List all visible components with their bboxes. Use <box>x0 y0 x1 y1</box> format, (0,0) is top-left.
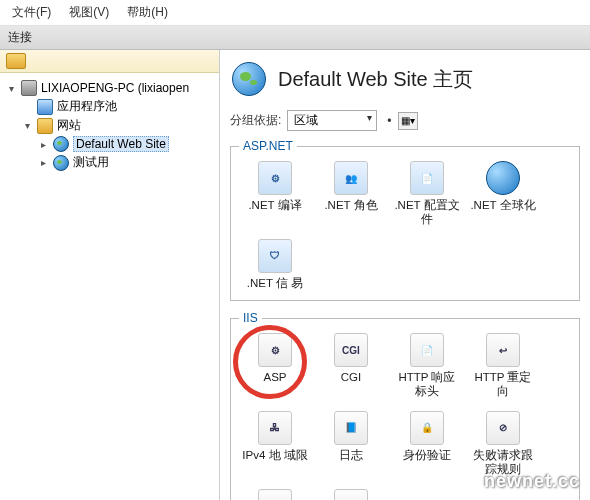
feature-net-globalize[interactable]: .NET 全球化 <box>467 159 539 229</box>
profile-icon: 📄 <box>410 161 444 195</box>
server-icon <box>21 80 37 96</box>
feature-output[interactable]: ▦输出 <box>315 487 387 500</box>
tree-app-pools[interactable]: 应用程序池 <box>20 97 215 116</box>
group-by-label: 分组依据: <box>230 112 281 129</box>
globe-icon <box>232 62 266 96</box>
feature-failed-request-tracing[interactable]: ⊘失败请求跟踪规则 <box>467 409 539 479</box>
group-by-dropdown[interactable]: 区域 <box>287 110 377 131</box>
sites-label: 网站 <box>57 117 81 134</box>
cgi-icon: CGI <box>334 333 368 367</box>
connections-sidebar: ▾ LIXIAOPENG-PC (lixiaopen 应用程序池 ▾ 网站 ▸ … <box>0 50 220 500</box>
failed-trace-icon: ⊘ <box>486 411 520 445</box>
view-mode-button[interactable]: ▦▾ <box>398 112 418 130</box>
sidebar-toolbar <box>0 50 219 73</box>
server-label: LIXIAOPENG-PC (lixiaopen <box>41 81 189 95</box>
feature-authorization-rules[interactable]: 🔐授权规则 <box>239 487 311 500</box>
default-site-label: Default Web Site <box>73 136 169 152</box>
aspnet-legend: ASP.NET <box>239 139 297 153</box>
compile-icon: ⚙ <box>258 161 292 195</box>
feature-net-roles[interactable]: 👥.NET 角色 <box>315 159 387 229</box>
globe-icon <box>486 161 520 195</box>
roles-icon: 👥 <box>334 161 368 195</box>
feature-http-redirect[interactable]: ↩HTTP 重定向 <box>467 331 539 401</box>
feature-net-compile[interactable]: ⚙.NET 编译 <box>239 159 311 229</box>
asp-icon: ⚙ <box>258 333 292 367</box>
collapse-icon[interactable]: ▾ <box>22 120 33 131</box>
app-pool-icon <box>37 99 53 115</box>
feature-http-response-headers[interactable]: 📄HTTP 响应标头 <box>391 331 463 401</box>
logging-icon: 📘 <box>334 411 368 445</box>
connections-tree: ▾ LIXIAOPENG-PC (lixiaopen 应用程序池 ▾ 网站 ▸ … <box>0 73 219 500</box>
menu-help[interactable]: 帮助(H) <box>127 4 168 21</box>
dropdown-separator: • <box>387 114 391 128</box>
test-site-label: 测试用 <box>73 154 109 171</box>
globe-icon <box>53 136 69 152</box>
tree-default-web-site[interactable]: ▸ Default Web Site <box>36 135 215 153</box>
menu-file[interactable]: 文件(F) <box>12 4 51 21</box>
collapse-icon[interactable]: ▾ <box>6 83 17 94</box>
watermark: newnet.cc <box>484 471 580 492</box>
sites-folder-icon <box>37 118 53 134</box>
http-headers-icon: 📄 <box>410 333 444 367</box>
ipv4-icon: 🖧 <box>258 411 292 445</box>
tree-test-site[interactable]: ▸ 测试用 <box>36 153 215 172</box>
iis-legend: IIS <box>239 311 262 325</box>
feature-net-trust[interactable]: 🛡.NET 信 易 <box>239 237 311 293</box>
page-title: Default Web Site 主页 <box>278 66 473 93</box>
feature-authentication[interactable]: 🔒身份验证 <box>391 409 463 479</box>
connections-panel-header: 连接 <box>0 26 590 50</box>
folder-icon[interactable] <box>6 53 26 69</box>
auth-icon: 🔒 <box>410 411 444 445</box>
aspnet-section: ASP.NET ⚙.NET 编译 👥.NET 角色 📄.NET 配置文件 .NE… <box>230 139 580 301</box>
feature-net-profile[interactable]: 📄.NET 配置文件 <box>391 159 463 229</box>
output-icon: ▦ <box>334 489 368 500</box>
authz-icon: 🔐 <box>258 489 292 500</box>
feature-asp[interactable]: ⚙ASP <box>239 331 311 401</box>
tree-server-node[interactable]: ▾ LIXIAOPENG-PC (lixiaopen <box>4 79 215 97</box>
menu-view[interactable]: 视图(V) <box>69 4 109 21</box>
http-redirect-icon: ↩ <box>486 333 520 367</box>
expand-icon[interactable]: ▸ <box>38 139 49 150</box>
app-pool-label: 应用程序池 <box>57 98 117 115</box>
feature-ipv4[interactable]: 🖧IPv4 地 域限 <box>239 409 311 479</box>
feature-view: Default Web Site 主页 分组依据: 区域 • ▦▾ ASP.NE… <box>220 50 590 500</box>
trust-icon: 🛡 <box>258 239 292 273</box>
menubar: 文件(F) 视图(V) 帮助(H) <box>0 0 590 26</box>
feature-logging[interactable]: 📘日志 <box>315 409 387 479</box>
page-header: Default Web Site 主页 <box>232 62 580 96</box>
tree-sites[interactable]: ▾ 网站 <box>20 116 215 135</box>
expand-icon[interactable]: ▸ <box>38 157 49 168</box>
globe-icon <box>53 155 69 171</box>
spacer-icon <box>22 101 33 112</box>
feature-cgi[interactable]: CGICGI <box>315 331 387 401</box>
group-by-row: 分组依据: 区域 • ▦▾ <box>230 110 580 131</box>
